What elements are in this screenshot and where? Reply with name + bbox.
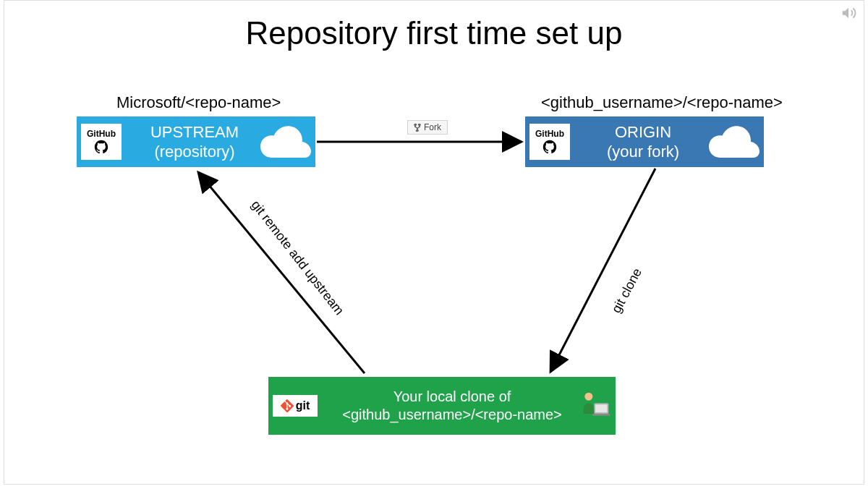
upstream-text: UPSTREAM (repository) — [129, 122, 260, 162]
origin-text: ORIGIN (your fork) — [577, 122, 709, 162]
octocat-icon — [93, 139, 109, 155]
github-badge-label: GitHub — [535, 129, 564, 139]
fork-icon — [414, 123, 421, 132]
origin-box: GitHub ORIGIN (your fork) — [525, 116, 764, 167]
origin-path-label: <github_username>/<repo-name> — [541, 93, 783, 112]
origin-line1: ORIGIN — [577, 122, 709, 143]
clone-label: git clone — [609, 265, 645, 315]
user-computer-icon — [579, 390, 611, 422]
fork-button: Fork — [407, 120, 448, 135]
local-line1: Your local clone of — [325, 388, 579, 406]
git-badge-label: git — [296, 399, 310, 412]
octocat-icon — [542, 139, 558, 155]
remote-add-label: git remote add upstream — [248, 197, 347, 318]
svg-rect-2 — [592, 414, 610, 416]
local-text: Your local clone of <github_username>/<r… — [325, 388, 579, 424]
local-line2: <github_username>/<repo-name> — [325, 406, 579, 424]
origin-line2: (your fork) — [577, 142, 709, 162]
git-icon: git — [273, 395, 318, 417]
svg-rect-1 — [595, 404, 608, 412]
cloud-icon — [260, 126, 311, 158]
slide-title: Repository first time set up — [4, 15, 864, 51]
fork-label: Fork — [424, 122, 441, 132]
upstream-box: GitHub UPSTREAM (repository) — [77, 116, 315, 167]
local-box: git Your local clone of <github_username… — [268, 377, 616, 435]
github-icon: GitHub — [81, 124, 122, 160]
upstream-line2: (repository) — [129, 142, 260, 162]
cloud-icon — [709, 126, 760, 158]
github-icon: GitHub — [529, 124, 570, 160]
slide-frame: Repository first time set up Microsoft/<… — [4, 0, 864, 485]
svg-line-6 — [198, 172, 365, 373]
upstream-path-label: Microsoft/<repo-name> — [116, 93, 281, 112]
github-badge-label: GitHub — [87, 129, 116, 139]
upstream-line1: UPSTREAM — [129, 122, 260, 143]
audio-icon — [841, 5, 856, 21]
svg-point-3 — [584, 393, 592, 401]
